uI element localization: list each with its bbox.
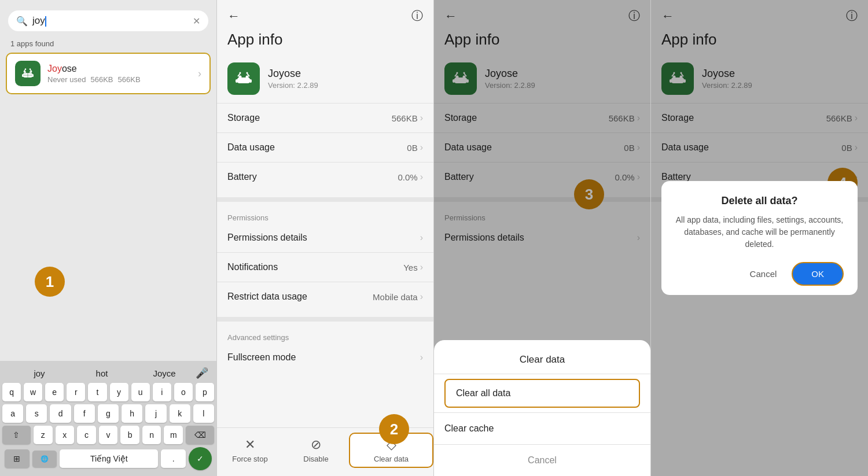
app-info-panel-4: ← ⓘ App info Joyose Version: bbox=[651, 0, 868, 476]
svg-point-21 bbox=[247, 72, 248, 74]
svg-rect-5 bbox=[32, 74, 34, 77]
key-h[interactable]: h bbox=[122, 404, 142, 423]
app-icon-large-2 bbox=[227, 62, 260, 95]
permissions-section-2: Permissions bbox=[217, 208, 433, 223]
app-icon bbox=[15, 61, 41, 86]
data-usage-chevron-2: › bbox=[420, 142, 423, 153]
svg-point-8 bbox=[25, 68, 26, 69]
dialog-ok-button[interactable]: OK bbox=[792, 262, 844, 286]
key-m[interactable]: m bbox=[164, 426, 183, 444]
key-enter[interactable]: ✓ bbox=[189, 447, 212, 470]
svg-rect-16 bbox=[236, 79, 238, 83]
key-emoji[interactable]: ⊞ bbox=[5, 449, 30, 468]
mic-icon[interactable]: 🎤 bbox=[196, 367, 208, 379]
key-d[interactable]: d bbox=[50, 404, 71, 423]
data-usage-row-2[interactable]: Data usage 0B › bbox=[217, 133, 433, 162]
key-q[interactable]: q bbox=[2, 383, 21, 401]
storage-val-2: 566KB bbox=[392, 113, 418, 123]
key-z[interactable]: z bbox=[34, 426, 53, 444]
key-shift[interactable]: ⇧ bbox=[2, 426, 31, 444]
apps-found-label: 1 apps found bbox=[10, 39, 206, 48]
app-info-detail-2: Joyose Version: 2.2.89 bbox=[268, 68, 318, 90]
data-usage-label-2: Data usage bbox=[227, 142, 275, 153]
app-name: Joyose bbox=[47, 64, 191, 74]
key-b[interactable]: b bbox=[120, 426, 139, 444]
advanced-section-2: Advanced settings bbox=[217, 327, 433, 343]
search-panel: 🔍 joy ✕ 1 apps found bbox=[0, 0, 217, 476]
key-backspace[interactable]: ⌫ bbox=[186, 426, 214, 444]
permissions-chevron-2: › bbox=[420, 233, 423, 243]
search-clear-button[interactable]: ✕ bbox=[193, 16, 200, 27]
suggestion-joyce[interactable]: Joyce bbox=[133, 368, 196, 378]
key-o[interactable]: o bbox=[174, 383, 193, 401]
disable-label: Disable bbox=[303, 455, 328, 463]
battery-chevron-2: › bbox=[420, 172, 423, 182]
notifications-row-2[interactable]: Notifications Yes › bbox=[217, 253, 433, 282]
restrict-label-2: Restrict data usage bbox=[227, 291, 307, 302]
kb-row-1: q w e r t y u i o p bbox=[2, 383, 214, 401]
keyboard[interactable]: joy hot Joyce 🎤 q w e r t y u i o p a s … bbox=[0, 361, 216, 476]
key-e[interactable]: e bbox=[45, 383, 64, 401]
notifications-value-2: Yes › bbox=[403, 262, 423, 272]
key-period[interactable]: . bbox=[161, 449, 186, 468]
disable-button[interactable]: ⊘ Disable bbox=[283, 437, 349, 463]
key-u[interactable]: u bbox=[131, 383, 150, 401]
panel-2-header: ← ⓘ bbox=[217, 0, 433, 28]
battery-val-2: 0.0% bbox=[398, 172, 417, 182]
back-button-2[interactable]: ← bbox=[227, 9, 240, 24]
app-info-text: Joyose Never used 566KB 566KB bbox=[47, 64, 191, 84]
clear-all-data-button[interactable]: Clear all data bbox=[444, 379, 640, 408]
key-w[interactable]: w bbox=[24, 383, 42, 401]
key-y[interactable]: y bbox=[110, 383, 128, 401]
dialog-message: All app data, including files, settings,… bbox=[675, 214, 844, 250]
app-version-2: Version: 2.2.89 bbox=[268, 81, 318, 90]
key-l[interactable]: l bbox=[193, 404, 214, 423]
kb-row-bottom: ⊞ 🌐 Tiếng Việt . ✓ bbox=[2, 447, 214, 470]
force-stop-label: Force stop bbox=[232, 455, 267, 463]
svg-rect-15 bbox=[237, 78, 250, 83]
key-t[interactable]: t bbox=[88, 383, 106, 401]
key-p[interactable]: p bbox=[196, 383, 214, 401]
key-x[interactable]: x bbox=[56, 426, 75, 444]
key-g[interactable]: g bbox=[98, 404, 119, 423]
storage-row-2[interactable]: Storage 566KB › bbox=[217, 104, 433, 132]
force-stop-button[interactable]: ✕ Force stop bbox=[217, 437, 283, 463]
dialog-title: Delete all data? bbox=[675, 195, 844, 207]
dialog-cancel-button[interactable]: Cancel bbox=[742, 262, 785, 286]
key-space-tieng-viet[interactable]: Tiếng Việt bbox=[60, 449, 158, 468]
disable-icon: ⊘ bbox=[311, 437, 321, 452]
search-input[interactable]: joy bbox=[32, 15, 188, 27]
key-s[interactable]: s bbox=[26, 404, 47, 423]
app-name-highlight: Joy bbox=[47, 64, 62, 73]
suggestion-joy[interactable]: joy bbox=[8, 368, 71, 378]
notifications-label-2: Notifications bbox=[227, 262, 278, 272]
battery-label-2: Battery bbox=[227, 172, 257, 182]
permissions-details-row-2[interactable]: Permissions details › bbox=[217, 223, 433, 252]
fullscreen-row-2[interactable]: Fullscreen mode › bbox=[217, 343, 433, 372]
kb-row-2: a s d f g h j k l bbox=[2, 404, 214, 423]
dialog-actions: Cancel OK bbox=[675, 262, 844, 286]
key-lang[interactable]: 🌐 bbox=[32, 451, 57, 467]
key-c[interactable]: c bbox=[77, 426, 96, 444]
key-j[interactable]: j bbox=[145, 404, 166, 423]
restrict-row-2[interactable]: Restrict data usage Mobile data › bbox=[217, 282, 433, 311]
suggestion-hot[interactable]: hot bbox=[71, 368, 133, 378]
battery-value-2: 0.0% › bbox=[398, 172, 423, 182]
info-button-2[interactable]: ⓘ bbox=[411, 8, 423, 24]
key-n[interactable]: n bbox=[142, 426, 161, 444]
key-r[interactable]: r bbox=[67, 383, 85, 401]
clear-cache-button[interactable]: Clear cache bbox=[434, 413, 650, 444]
app-size-value: 566KB bbox=[118, 75, 141, 84]
key-i[interactable]: i bbox=[153, 383, 171, 401]
key-v[interactable]: v bbox=[99, 426, 118, 444]
svg-point-20 bbox=[240, 72, 241, 74]
key-a[interactable]: a bbox=[2, 404, 23, 423]
search-bar[interactable]: 🔍 joy ✕ bbox=[8, 10, 208, 31]
key-k[interactable]: k bbox=[170, 404, 190, 423]
battery-row-2[interactable]: Battery 0.0% › bbox=[217, 163, 433, 191]
key-f[interactable]: f bbox=[74, 404, 95, 423]
app-list-item[interactable]: Joyose Never used 566KB 566KB › bbox=[6, 53, 211, 94]
sheet-cancel-button[interactable]: Cancel bbox=[434, 445, 650, 476]
storage-label-2: Storage bbox=[227, 113, 260, 123]
panel-2-title: App info bbox=[217, 28, 433, 57]
